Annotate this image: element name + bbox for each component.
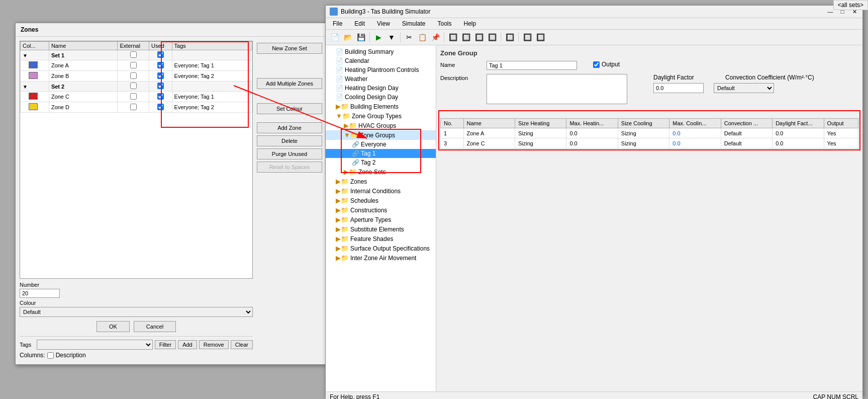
set-colour-button[interactable]: Set Colour	[257, 103, 322, 114]
name-row: Name Output	[440, 61, 858, 70]
toolbar-cut[interactable]: ✂	[403, 31, 415, 43]
col-header-external: External	[118, 42, 149, 50]
new-zone-set-button[interactable]: New Zone Set	[257, 43, 322, 54]
tree-item-everyone[interactable]: 🔗 Everyone	[326, 140, 436, 149]
status-help-text: For Help, press F1	[330, 393, 379, 399]
name-field-input[interactable]	[487, 61, 577, 70]
daylight-factor-label: Daylight Factor	[653, 74, 724, 81]
tree-item-tag1[interactable]: 🔗 Tag 1	[326, 149, 436, 158]
menu-file[interactable]: File	[330, 19, 345, 28]
menu-simulate[interactable]: Simulate	[399, 19, 429, 28]
table-row[interactable]: Zone A Everyone; Tag 1	[21, 60, 252, 71]
zone-b-external-checkbox[interactable]	[130, 72, 137, 79]
tree-item-heating-plantroom[interactable]: 📄 Heating Plantroom Controls	[326, 65, 436, 74]
colour-select[interactable]: Default	[20, 307, 253, 317]
menu-edit[interactable]: Edit	[351, 19, 368, 28]
output-checkbox[interactable]	[593, 61, 600, 68]
zone-d-external-checkbox[interactable]	[130, 104, 137, 110]
tree-item-inter-zone[interactable]: ▶📁 Inter Zone Air Movement	[326, 253, 436, 263]
toolbar-btn1[interactable]: 🔲	[447, 31, 459, 43]
zone-table-row[interactable]: 3 Zone C Sizing 0.0 Sizing 0.0 Default 0…	[441, 138, 858, 148]
clear-button[interactable]: Clear	[231, 340, 253, 349]
ok-button[interactable]: OK	[97, 321, 130, 332]
reset-to-spaces-button[interactable]: Reset to Spaces	[257, 162, 322, 173]
set1-used-checkbox[interactable]	[157, 51, 164, 58]
zone-d-used-checkbox[interactable]	[157, 104, 164, 110]
table-row[interactable]: Zone D Everyone; Tag 2	[21, 102, 252, 113]
zone-b-used-checkbox[interactable]	[157, 72, 164, 79]
zone-a-used-checkbox[interactable]	[157, 62, 164, 68]
toolbar-btn6[interactable]: 🔲	[521, 31, 533, 43]
toolbar-run[interactable]: ▶	[372, 31, 384, 43]
menubar: File Edit View Simulate Tools Help	[326, 18, 862, 30]
tree-item-calendar[interactable]: 📄 Calendar	[326, 56, 436, 65]
toolbar-btn4[interactable]: 🔲	[486, 31, 498, 43]
tree-item-zone-sets[interactable]: ▶📁 Zone Sets	[326, 167, 436, 177]
substitute-elements-label: Substitute Elements	[350, 226, 404, 233]
toolbar-new[interactable]: 📄	[329, 31, 341, 43]
col-daylight: Daylight Fact...	[773, 119, 824, 128]
daylight-input[interactable]	[653, 83, 704, 93]
right-content: Zone Group Name Output Description Dayli…	[436, 45, 862, 391]
delete-button[interactable]: Delete	[257, 135, 322, 146]
tree-item-building-elements[interactable]: ▶📁 Building Elements	[326, 102, 436, 111]
purge-unused-button[interactable]: Purge Unused	[257, 148, 322, 159]
set1-external-checkbox[interactable]	[130, 51, 137, 58]
tree-item-cooling-design[interactable]: 📄 Cooling Design Day	[326, 93, 436, 102]
tree-item-zone-group-types[interactable]: ▼📁 Zone Group Types	[326, 111, 436, 121]
toolbar-btn3[interactable]: 🔲	[473, 31, 485, 43]
add-multiple-zones-button[interactable]: Add Multiple Zones	[257, 78, 322, 89]
tree-item-zone-groups[interactable]: ▼📁 Zone Groups	[326, 130, 436, 140]
cancel-button[interactable]: Cancel	[134, 321, 176, 332]
menu-help[interactable]: Help	[461, 19, 479, 28]
set2-external-checkbox[interactable]	[130, 83, 137, 89]
add-tag-button[interactable]: Add	[178, 340, 197, 349]
heating-design-icon: 📄	[336, 85, 343, 92]
zones-dialog-titlebar: Zones	[16, 23, 326, 37]
tree-item-constructions[interactable]: ▶📁 Constructions	[326, 205, 436, 215]
toolbar-open[interactable]: 📂	[342, 31, 354, 43]
table-row[interactable]: ▼ Set 1	[21, 50, 252, 60]
tree-item-surface-output[interactable]: ▶📁 Surface Output Specifications	[326, 244, 436, 253]
zone-table-row[interactable]: 1 Zone A Sizing 0.0 Sizing 0.0 Default 0…	[441, 128, 858, 138]
everyone-label: Everyone	[361, 141, 387, 148]
tree-item-weather[interactable]: 📄 Weather	[326, 74, 436, 84]
tree-item-feature-shades[interactable]: ▶📁 Feature Shades	[326, 234, 436, 244]
number-input[interactable]	[20, 289, 60, 298]
output-row: Output	[593, 61, 620, 68]
tree-item-substitute-elements[interactable]: ▶📁 Substitute Elements	[326, 224, 436, 234]
tree-item-hvac-groups[interactable]: ▶📁 HVAC Groups	[326, 121, 436, 130]
toolbar-btn7[interactable]: 🔲	[534, 31, 546, 43]
description-textarea[interactable]	[487, 74, 627, 104]
tree-item-internal-conditions[interactable]: ▶📁 Internal Conditions	[326, 186, 436, 196]
table-row[interactable]: Zone B Everyone; Tag 2	[21, 71, 252, 82]
tree-item-schedules[interactable]: ▶📁 Schedules	[326, 196, 436, 205]
toolbar-paste[interactable]: 📌	[429, 31, 441, 43]
toolbar-btn2[interactable]: 🔲	[460, 31, 472, 43]
toolbar-run2[interactable]: ▼	[385, 31, 398, 43]
menu-view[interactable]: View	[374, 19, 393, 28]
remove-tag-button[interactable]: Remove	[199, 340, 229, 349]
toolbar-save[interactable]: 💾	[355, 31, 367, 43]
zone-c-used-checkbox[interactable]	[157, 93, 164, 100]
description-checkbox[interactable]	[47, 352, 54, 359]
filter-button[interactable]: Filter	[155, 340, 176, 349]
zone-c-external-checkbox[interactable]	[130, 93, 137, 100]
tree-item-tag2[interactable]: 🔗 Tag 2	[326, 158, 436, 167]
tree-item-aperture-types[interactable]: ▶📁 Aperture Types	[326, 215, 436, 224]
table-row[interactable]: ▼ Set 2	[21, 82, 252, 92]
tree-item-heating-design[interactable]: 📄 Heating Design Day	[326, 84, 436, 93]
convection-select[interactable]: Default	[714, 83, 774, 93]
description-label: Description	[56, 352, 86, 359]
table-row[interactable]: Zone C Everyone; Tag 1	[21, 92, 252, 102]
tree-item-building-summary[interactable]: 📄 Building Summary	[326, 47, 436, 56]
zone-a-external-checkbox[interactable]	[130, 62, 137, 68]
set2-used-checkbox[interactable]	[157, 83, 164, 89]
toolbar-btn5[interactable]: 🔲	[504, 31, 516, 43]
tree-item-zones[interactable]: ▶📁 Zones	[326, 177, 436, 186]
menu-tools[interactable]: Tools	[435, 19, 455, 28]
status-indicators: CAP NUM SCRL	[813, 393, 858, 399]
toolbar-copy[interactable]: 📋	[416, 31, 428, 43]
tags-select[interactable]	[37, 340, 153, 350]
add-zone-button[interactable]: Add Zone	[257, 122, 322, 133]
